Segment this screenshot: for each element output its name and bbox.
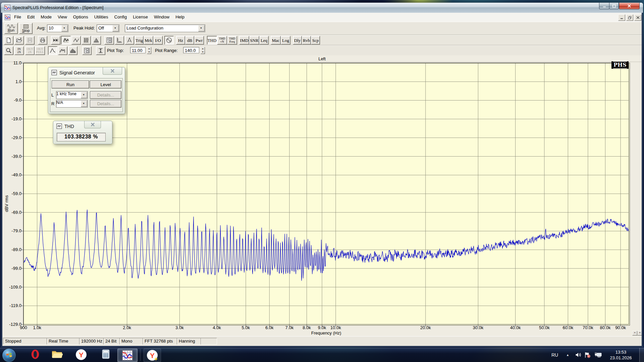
taskbar-file-explorer[interactable]	[50, 349, 64, 359]
thd-window[interactable]: THD 103.38238 %	[53, 121, 112, 144]
right-signal-select[interactable]: N/A	[56, 100, 88, 108]
x-tick-label: 50.0k	[534, 325, 554, 330]
display-options-button[interactable]	[82, 46, 92, 55]
signal-generator-button[interactable]	[164, 36, 174, 45]
generator-run-button[interactable]: Run	[52, 80, 89, 88]
menu-file[interactable]: File	[11, 13, 24, 22]
macro-button[interactable]: Mac	[271, 36, 281, 45]
menu-edit[interactable]: Edit	[24, 13, 38, 22]
input-output-button[interactable]: I/O	[153, 36, 163, 45]
taskbar-spectraplus[interactable]	[117, 349, 138, 362]
stop-button[interactable]: Stop	[19, 23, 33, 34]
signal-generator-window[interactable]: Signal Generator Run Level L 1 kHz Tone …	[48, 67, 125, 114]
left-details-button[interactable]: Details...	[90, 91, 121, 99]
plot-top-label: Plot Top:	[107, 48, 124, 53]
menu-view[interactable]: View	[55, 13, 70, 22]
tray-expand-icon[interactable]: ▲	[566, 353, 569, 357]
show-desktop-button[interactable]	[639, 348, 644, 362]
action-center-flag-icon[interactable]	[584, 352, 592, 358]
start-button[interactable]	[2, 348, 16, 362]
chevron-down-icon[interactable]	[81, 101, 87, 107]
close-button[interactable]	[619, 3, 640, 9]
right-details-button[interactable]: Details...	[90, 100, 121, 108]
reverb-button[interactable]: Rvb	[302, 36, 311, 45]
taskbar-opera[interactable]	[30, 349, 41, 359]
trigger-button[interactable]: Trig	[135, 36, 144, 45]
load-configuration-select[interactable]: Load Configuration	[125, 24, 205, 32]
open-file-button[interactable]	[14, 36, 24, 45]
scaling-button[interactable]	[115, 36, 124, 45]
time-series-view-button[interactable]	[71, 36, 81, 45]
taskbar-yandex-alice[interactable]: Y	[144, 349, 161, 362]
new-file-button[interactable]	[4, 36, 13, 45]
thd-freq-button[interactable]: THDFreq	[227, 36, 237, 45]
plot-range-spinner[interactable]: ▲▼	[201, 47, 205, 54]
menu-license[interactable]: License	[130, 13, 151, 22]
taskbar-yandex-browser[interactable]: Y	[75, 349, 87, 360]
taskbar-calculator[interactable]	[100, 349, 111, 359]
maximize-button[interactable]	[609, 3, 619, 9]
title-bar[interactable]: SpectraPLUS Professional Edition - [Spec…	[1, 3, 643, 13]
surface-view-button[interactable]	[92, 36, 101, 45]
mdi-restore-button[interactable]	[626, 14, 633, 21]
generator-level-button[interactable]: Level	[90, 80, 121, 88]
line-plot-button[interactable]	[48, 46, 57, 55]
menu-help[interactable]: Help	[172, 13, 187, 22]
mdi-close-button[interactable]	[634, 14, 641, 21]
network-icon[interactable]	[594, 352, 602, 358]
thd-close-button[interactable]	[84, 121, 101, 128]
spectrum-view-button[interactable]	[61, 36, 71, 45]
auto-range-button[interactable]	[96, 46, 105, 55]
scope-button[interactable]: Scp	[311, 36, 320, 45]
delay-button[interactable]: Dly	[293, 36, 302, 45]
clock[interactable]: 13:53 23.01.2026	[606, 349, 635, 361]
imd-button[interactable]: IMD	[239, 36, 249, 45]
button-label: IN2X	[17, 48, 21, 54]
peak-hold-select[interactable]: Off	[97, 24, 119, 32]
save-file-button[interactable]	[25, 36, 35, 45]
leq-button[interactable]: Leq	[259, 36, 269, 45]
markers-button[interactable]: Mrk	[144, 36, 153, 45]
axis-adjust-button[interactable]: +	[637, 331, 642, 336]
plot-range-field[interactable]: 140.0	[183, 47, 199, 53]
snr-button[interactable]: SNR	[249, 36, 259, 45]
amplitude-units-button[interactable]: dB	[185, 36, 194, 45]
menu-window[interactable]: Window	[151, 13, 172, 22]
calipers-button[interactable]	[125, 36, 134, 45]
power-spectrum-button[interactable]: Pwr	[194, 36, 204, 45]
language-indicator[interactable]: RU	[551, 352, 558, 358]
avg-label: Avg:	[37, 25, 46, 31]
minimize-button[interactable]	[599, 3, 609, 9]
zoom-out-full-button[interactable]: OUTFULL	[35, 46, 45, 55]
mdi-minimize-button[interactable]	[618, 14, 625, 21]
control-panel-button[interactable]	[104, 36, 114, 45]
left-signal-select[interactable]: 1 kHz Tone	[56, 91, 88, 99]
chevron-down-icon[interactable]	[198, 25, 205, 32]
post-process-button[interactable]	[51, 36, 60, 45]
zoom-button[interactable]	[4, 46, 13, 55]
plot-top-spinner[interactable]: ▲▼	[147, 47, 151, 54]
menu-utilities[interactable]: Utilities	[91, 13, 111, 22]
menu-config[interactable]: Config	[111, 13, 130, 22]
chevron-down-icon[interactable]	[81, 92, 87, 98]
signal-generator-window-icon	[51, 70, 57, 75]
chevron-down-icon[interactable]	[61, 25, 68, 32]
axis-adjust-button[interactable]: +	[632, 331, 637, 336]
thd-button[interactable]: THD	[207, 36, 217, 45]
plot-top-field[interactable]: 11.00	[130, 47, 146, 53]
signal-generator-close-button[interactable]	[103, 67, 122, 75]
print-button[interactable]	[38, 36, 47, 45]
spectrogram-view-button[interactable]	[82, 36, 91, 45]
frequency-units-button[interactable]: Hz	[176, 36, 185, 45]
menu-options[interactable]: Options	[70, 13, 91, 22]
thd-n-button[interactable]: THD+N	[217, 36, 227, 45]
speaker-icon[interactable]	[575, 352, 582, 358]
logging-button[interactable]: Log	[281, 36, 290, 45]
run-button[interactable]: Run	[4, 23, 18, 34]
zoom-out-2x-button[interactable]: OUT2X	[25, 46, 35, 55]
bar-plot-button[interactable]	[68, 46, 77, 55]
fill-plot-button[interactable]	[58, 46, 67, 55]
avg-select[interactable]: 10	[47, 24, 68, 32]
menu-mode[interactable]: Mode	[38, 13, 55, 22]
zoom-in-2x-button[interactable]: IN2X	[14, 46, 24, 55]
